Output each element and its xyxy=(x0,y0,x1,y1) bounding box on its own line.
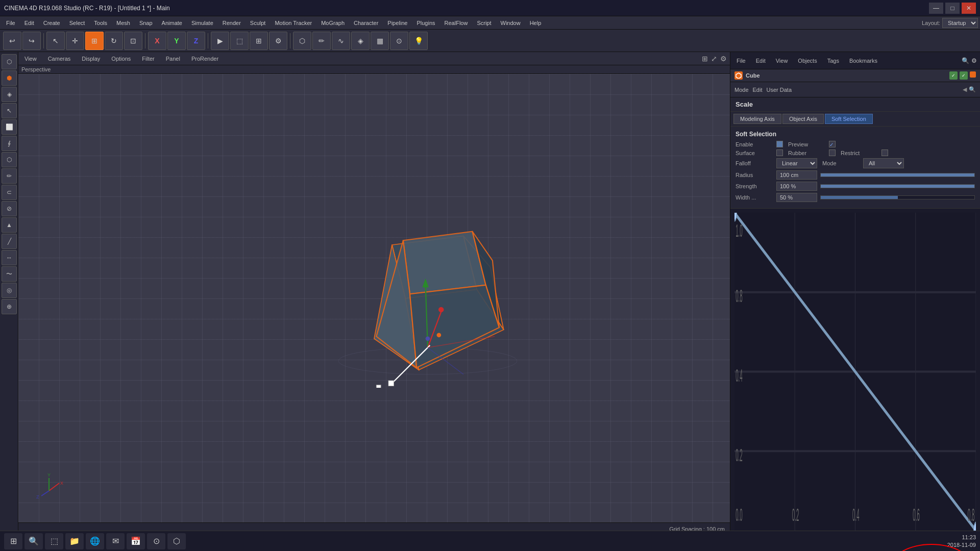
object-axis-tab[interactable]: Object Axis xyxy=(782,114,824,124)
select-tool-button[interactable]: ↖ xyxy=(46,32,65,50)
vp-tab-panel[interactable]: Panel xyxy=(163,55,183,63)
x-axis-button[interactable]: X xyxy=(148,32,166,50)
visibility-editor-btn[interactable]: ✓ xyxy=(949,71,958,80)
vp-tab-view[interactable]: View xyxy=(21,55,40,63)
app1-taskbar[interactable]: ⊙ xyxy=(147,533,165,549)
menu-help[interactable]: Help xyxy=(526,19,546,27)
grid-button[interactable]: ▦ xyxy=(371,32,389,50)
rp-view[interactable]: View xyxy=(773,57,791,65)
tool-brush[interactable]: ✏ xyxy=(2,168,17,184)
tool-magnet[interactable]: ⊂ xyxy=(2,185,17,200)
menu-select[interactable]: Select xyxy=(65,19,89,27)
props-search-icon[interactable]: 🔍 xyxy=(969,86,976,93)
tool-line[interactable]: ╱ xyxy=(2,234,17,249)
vp-settings-icon[interactable]: ⚙ xyxy=(720,55,727,63)
menu-script[interactable]: Script xyxy=(473,19,495,27)
menu-edit[interactable]: Edit xyxy=(20,19,38,27)
object-color-btn[interactable] xyxy=(970,71,976,78)
tool-extrude[interactable]: ▲ xyxy=(2,217,17,233)
render-active-button[interactable]: ▶ xyxy=(211,32,229,50)
maximize-button[interactable]: □ xyxy=(945,3,960,14)
menu-window[interactable]: Window xyxy=(497,19,525,27)
ss-width-slider[interactable] xyxy=(820,195,975,199)
menu-render[interactable]: Render xyxy=(218,19,245,27)
spline-button[interactable]: ∿ xyxy=(332,32,350,50)
props-arrow-icon[interactable]: ◀ xyxy=(963,86,967,93)
menu-pipeline[interactable]: Pipeline xyxy=(383,19,411,27)
menu-simulate[interactable]: Simulate xyxy=(187,19,217,27)
tool-lasso-select[interactable]: ∮ xyxy=(2,136,17,151)
menu-animate[interactable]: Animate xyxy=(158,19,186,27)
menu-realflow[interactable]: RealFlow xyxy=(440,19,472,27)
layout-dropdown[interactable]: Startup xyxy=(942,18,978,28)
deform-button[interactable]: ◈ xyxy=(351,32,370,50)
transform-tool-button[interactable]: ⊡ xyxy=(124,32,142,50)
soft-selection-tab[interactable]: Soft Selection xyxy=(825,114,873,124)
menu-mograph[interactable]: MoGraph xyxy=(317,19,349,27)
rotate-tool-button[interactable]: ↻ xyxy=(105,32,123,50)
ss-falloff-dropdown[interactable]: Linear Smooth Sharp xyxy=(776,158,817,168)
ss-mode-dropdown[interactable]: All xyxy=(863,158,904,168)
tool-measure[interactable]: ↔ xyxy=(2,250,17,265)
props-userdata[interactable]: User Data xyxy=(767,87,792,93)
rp-objects[interactable]: Objects xyxy=(795,57,820,65)
paint-button[interactable]: ✏ xyxy=(312,32,331,50)
ss-radius-slider[interactable] xyxy=(820,173,975,177)
ss-width-input[interactable] xyxy=(776,193,817,202)
menu-character[interactable]: Character xyxy=(350,19,382,27)
search-button[interactable]: 🔍 xyxy=(24,533,43,549)
task-view-button[interactable]: ⬚ xyxy=(45,533,63,549)
ss-strength-slider[interactable] xyxy=(820,184,975,188)
tool-live-selection[interactable]: ↖ xyxy=(2,103,17,118)
vp-tab-display[interactable]: Display xyxy=(79,55,103,63)
ss-restrict-checkbox[interactable] xyxy=(881,149,888,156)
ss-surface-checkbox[interactable] xyxy=(776,149,783,156)
rp-tags[interactable]: Tags xyxy=(824,57,842,65)
tool-smooth[interactable]: 〜 xyxy=(2,266,17,282)
file-explorer-taskbar[interactable]: 📁 xyxy=(65,533,84,549)
tool-polygon-select[interactable]: ⬡ xyxy=(2,152,17,167)
rp-file[interactable]: File xyxy=(733,57,749,65)
menu-plugins[interactable]: Plugins xyxy=(412,19,439,27)
menu-sculpt[interactable]: Sculpt xyxy=(246,19,270,27)
tool-mode-edit[interactable]: ⬢ xyxy=(2,70,17,86)
vp-tab-prorender[interactable]: ProRender xyxy=(188,55,222,63)
start-button[interactable]: ⊞ xyxy=(4,533,22,549)
z-axis-button[interactable]: Z xyxy=(187,32,205,50)
tool-rect-select[interactable]: ⬜ xyxy=(2,119,17,135)
tool-knife[interactable]: ⊘ xyxy=(2,201,17,216)
camera-button[interactable]: ⊙ xyxy=(390,32,408,50)
rp-settings-icon[interactable]: ⚙ xyxy=(971,57,977,64)
viewport-canvas[interactable]: X Y Z xyxy=(18,74,730,522)
calendar-taskbar[interactable]: 📅 xyxy=(127,533,145,549)
vp-expand-icon[interactable]: ⤢ xyxy=(711,55,717,63)
browser-taskbar[interactable]: 🌐 xyxy=(86,533,104,549)
menu-file[interactable]: File xyxy=(2,19,19,27)
ss-radius-input[interactable] xyxy=(776,170,817,180)
light-button[interactable]: 💡 xyxy=(409,32,428,50)
render-viewer-button[interactable]: ⊞ xyxy=(250,32,268,50)
menu-snap[interactable]: Snap xyxy=(135,19,157,27)
minimize-button[interactable]: — xyxy=(929,3,943,14)
render-settings-button[interactable]: ⚙ xyxy=(269,32,287,50)
app2-taskbar[interactable]: ⬡ xyxy=(167,533,186,549)
rp-bookmarks[interactable]: Bookmarks xyxy=(846,57,880,65)
rp-edit[interactable]: Edit xyxy=(753,57,769,65)
menu-mesh[interactable]: Mesh xyxy=(112,19,134,27)
ss-enable-checkbox[interactable] xyxy=(776,141,783,147)
menu-tools[interactable]: Tools xyxy=(90,19,111,27)
vp-tab-cameras[interactable]: Cameras xyxy=(45,55,74,63)
menu-motion-tracker[interactable]: Motion Tracker xyxy=(271,19,316,27)
tool-mode-texture[interactable]: ◈ xyxy=(2,87,17,102)
vp-fit-icon[interactable]: ⊞ xyxy=(702,55,708,63)
mail-taskbar[interactable]: ✉ xyxy=(106,533,125,549)
props-edit[interactable]: Edit xyxy=(753,87,763,93)
props-mode[interactable]: Mode xyxy=(734,87,749,93)
move-tool-button[interactable]: ✛ xyxy=(66,32,84,50)
tool-extra[interactable]: ⊕ xyxy=(2,299,17,314)
modeling-axis-tab[interactable]: Modeling Axis xyxy=(733,114,781,124)
menu-create[interactable]: Create xyxy=(39,19,64,27)
rp-search-icon[interactable]: 🔍 xyxy=(962,57,969,64)
ss-strength-input[interactable] xyxy=(776,182,817,191)
ss-preview-checkbox[interactable]: ✓ xyxy=(829,141,836,147)
